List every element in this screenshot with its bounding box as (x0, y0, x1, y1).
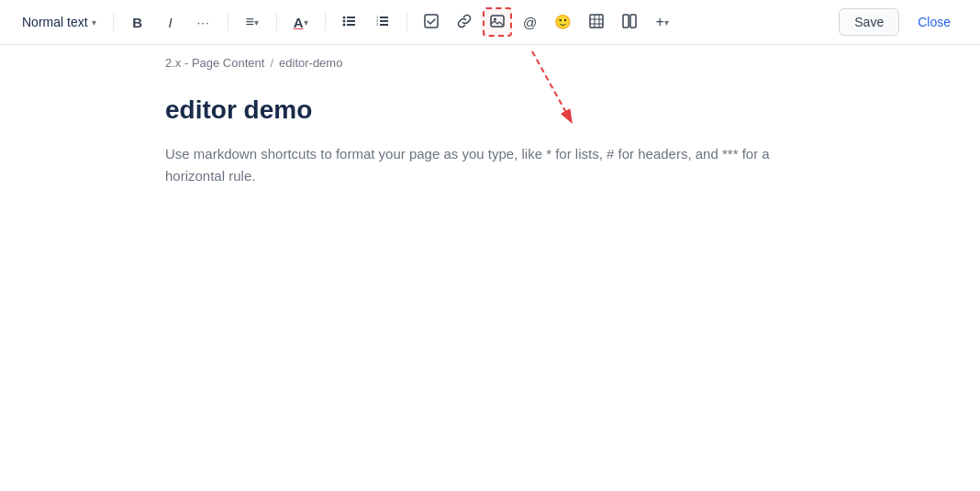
breadcrumb-current: editor-demo (279, 56, 342, 70)
separator-1 (113, 13, 114, 31)
separator-3 (276, 13, 277, 31)
svg-rect-12 (425, 15, 438, 28)
editor-title[interactable]: editor demo (165, 95, 815, 125)
editor-content: editor demo Use markdown shortcuts to fo… (0, 81, 980, 202)
plus-icon: + (655, 14, 663, 30)
chevron-down-icon: ▾ (92, 17, 96, 28)
emoji-icon: 🙂 (554, 14, 572, 30)
chevron-plus-icon: ▾ (664, 17, 669, 28)
separator-2 (228, 13, 228, 31)
svg-rect-13 (491, 16, 504, 27)
table-button[interactable] (582, 7, 611, 37)
image-button[interactable] (483, 7, 512, 37)
link-icon (457, 14, 472, 31)
svg-rect-20 (623, 15, 629, 28)
link-button[interactable] (450, 7, 479, 37)
svg-rect-8 (380, 24, 388, 26)
breadcrumb-separator: / (270, 56, 273, 70)
separator-5 (406, 13, 407, 31)
toolbar: Normal text ▾ B I ··· ≡ ▾ A ▾ (0, 0, 980, 45)
italic-button[interactable]: I (156, 7, 185, 37)
color-button[interactable]: A ▾ (286, 7, 316, 37)
columns-icon (622, 14, 637, 31)
close-button[interactable]: Close (903, 9, 965, 35)
numbered-list-button[interactable]: 1 2 3 (368, 7, 397, 37)
separator-4 (325, 13, 326, 31)
align-icon: ≡ (245, 14, 253, 30)
svg-rect-21 (630, 15, 636, 28)
save-button[interactable]: Save (839, 8, 899, 36)
svg-point-14 (494, 17, 496, 20)
svg-text:3: 3 (376, 22, 379, 27)
chevron-color-icon: ▾ (304, 17, 308, 28)
svg-rect-0 (347, 17, 355, 18)
table-icon (589, 14, 604, 31)
svg-point-4 (342, 19, 345, 22)
align-button[interactable]: ≡ ▾ (238, 7, 267, 37)
svg-point-5 (342, 23, 345, 26)
svg-point-3 (342, 16, 345, 18)
color-icon: A (294, 15, 304, 30)
bold-button[interactable]: B (123, 7, 152, 37)
numbered-list-icon: 1 2 3 (375, 14, 390, 31)
mention-button[interactable]: @ (516, 7, 545, 37)
image-icon (490, 14, 505, 31)
checkbox-button[interactable] (417, 7, 446, 37)
svg-rect-15 (590, 15, 603, 28)
editor-body[interactable]: Use markdown shortcuts to format your pa… (165, 143, 815, 187)
breadcrumb-parent[interactable]: 2.x - Page Content (165, 56, 264, 70)
text-style-label: Normal text (22, 15, 88, 29)
svg-rect-6 (380, 17, 388, 18)
emoji-button[interactable]: 🙂 (549, 7, 578, 37)
svg-rect-1 (347, 20, 355, 22)
mention-icon: @ (523, 15, 537, 30)
bullet-list-button[interactable] (335, 7, 364, 37)
text-style-dropdown[interactable]: Normal text ▾ (15, 11, 104, 33)
more-button[interactable]: ··· (189, 7, 218, 37)
chevron-align-icon: ▾ (254, 17, 259, 28)
svg-rect-2 (347, 24, 355, 26)
breadcrumb: 2.x - Page Content / editor-demo (0, 45, 980, 81)
columns-button[interactable] (615, 7, 644, 37)
checkbox-icon (424, 14, 439, 31)
svg-rect-7 (380, 20, 388, 22)
plus-button[interactable]: + ▾ (648, 7, 677, 37)
bullet-list-icon (342, 14, 357, 31)
